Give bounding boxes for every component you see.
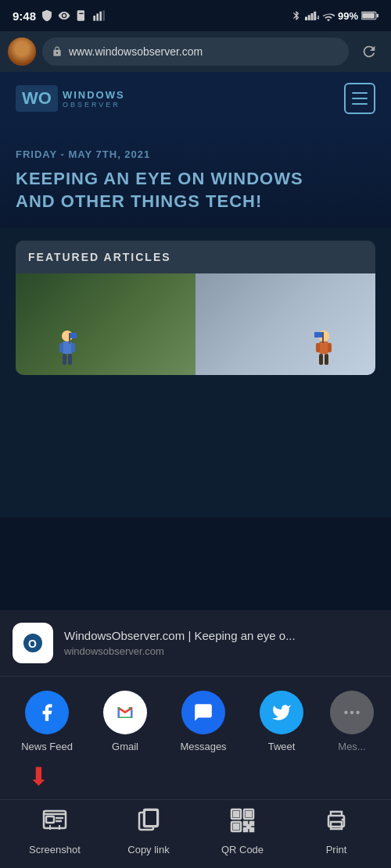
share-app-facebook[interactable]: News Feed [8, 691, 86, 752]
status-right: 4G 99% [291, 10, 378, 22]
svg-point-32 [344, 711, 347, 714]
url-preview: O WindowsObserver.com | Keeping an eye o… [0, 610, 391, 677]
svg-rect-23 [319, 341, 328, 354]
screenshot-label: Screenshot [29, 844, 81, 855]
svg-rect-25 [328, 343, 332, 352]
copylink-label: Copy link [127, 844, 169, 855]
share-app-gmail[interactable]: Gmail [86, 691, 164, 752]
preview-title: WindowsObserver.com | Keeping an eye o..… [64, 629, 378, 642]
site-header: WO WINDOWS OBSERVER [0, 72, 391, 125]
svg-rect-9 [314, 12, 316, 20]
logo-windows-text: WINDOWS [63, 89, 125, 101]
share-apps-row: News Feed Gmail Messages [0, 677, 391, 759]
svg-rect-7 [308, 15, 310, 20]
refresh-button[interactable] [355, 38, 383, 66]
gmail-icon [103, 691, 147, 734]
avatar-image [8, 38, 36, 66]
svg-text:4G: 4G [317, 15, 319, 20]
share-app-more[interactable]: Mes... [321, 691, 383, 752]
svg-rect-20 [69, 333, 70, 344]
svg-rect-17 [71, 343, 75, 352]
featured-header: FEATURED ARTICLES [16, 241, 375, 273]
battery-level: 99% [338, 10, 358, 22]
share-sheet: O WindowsObserver.com | Keeping an eye o… [0, 610, 391, 868]
svg-rect-26 [319, 354, 323, 365]
svg-rect-45 [234, 824, 239, 829]
lock-icon [52, 46, 63, 57]
hero-date: FRIDAY - MAY 7TH, 2021 [16, 148, 375, 160]
twitter-icon [260, 691, 303, 734]
bluetooth-icon [291, 10, 302, 21]
svg-rect-13 [377, 14, 378, 18]
svg-rect-4 [99, 12, 102, 21]
hamburger-button[interactable] [344, 83, 375, 114]
svg-rect-52 [331, 822, 342, 829]
status-left: 9:48 [13, 9, 105, 23]
gmail-label: Gmail [112, 741, 138, 752]
svg-rect-8 [310, 13, 313, 20]
sim-icon [75, 9, 88, 22]
battery-icon [361, 11, 378, 20]
share-app-messages[interactable]: Messages [164, 691, 242, 752]
facebook-label: News Feed [21, 741, 73, 752]
divider-row: ⬇ [0, 759, 391, 799]
more-icon [330, 691, 374, 734]
qrcode-icon [225, 803, 260, 838]
security-icon [41, 9, 53, 22]
share-app-twitter[interactable]: Tweet [242, 691, 321, 752]
action-screenshot[interactable]: Screenshot [8, 803, 102, 855]
qrcode-label: QR Code [221, 844, 264, 855]
character-right-icon [311, 330, 336, 367]
svg-rect-50 [247, 825, 250, 828]
svg-rect-6 [305, 17, 307, 21]
logo-observer-text: OBSERVER [63, 101, 125, 109]
svg-rect-41 [234, 812, 239, 816]
url-display: www.windowsobserver.com [69, 45, 203, 58]
svg-rect-16 [59, 343, 63, 352]
svg-rect-28 [322, 332, 324, 343]
copylink-icon [131, 803, 166, 838]
actions-row: Screenshot Copy link [0, 799, 391, 868]
svg-rect-3 [96, 13, 99, 20]
svg-rect-19 [68, 354, 72, 365]
signal-icon: 4G [305, 10, 319, 21]
svg-rect-0 [77, 10, 84, 20]
hamburger-line-1 [352, 92, 368, 94]
wifi-icon [322, 10, 335, 21]
featured-section: FEATURED ARTICLES [16, 241, 375, 375]
hero-section: FRIDAY - MAY 7TH, 2021 KEEPING AN EYE ON… [0, 125, 391, 228]
featured-images [16, 273, 375, 375]
eye-icon [58, 9, 70, 22]
svg-rect-27 [325, 354, 328, 365]
avatar[interactable] [8, 38, 36, 66]
svg-point-34 [356, 711, 359, 714]
action-qrcode[interactable]: QR Code [196, 803, 289, 855]
featured-image-left [16, 273, 196, 375]
carrier-icon [92, 9, 105, 22]
twitter-label: Tweet [268, 741, 296, 752]
svg-rect-36 [46, 816, 54, 823]
download-arrow-icon: ⬇ [28, 762, 49, 791]
svg-rect-21 [70, 333, 77, 338]
logo-wo: WO [16, 85, 58, 112]
url-field[interactable]: www.windowsobserver.com [42, 38, 349, 66]
print-label: Print [326, 844, 347, 855]
svg-rect-18 [63, 354, 66, 365]
screenshot-icon [38, 803, 72, 838]
svg-text:O: O [28, 638, 37, 650]
web-content: WO WINDOWS OBSERVER FRIDAY - MAY 7TH, 20… [0, 72, 391, 517]
svg-rect-39 [145, 810, 157, 826]
action-copylink[interactable]: Copy link [102, 803, 196, 855]
address-bar: www.windowsobserver.com [0, 31, 391, 72]
hero-tagline: KEEPING AN EYE ON WINDOWSAND OTHER THING… [16, 168, 375, 213]
action-print[interactable]: Print [289, 803, 383, 855]
svg-rect-29 [314, 332, 322, 338]
status-bar: 9:48 4G 99% [0, 0, 391, 31]
site-logo: WO WINDOWS OBSERVER [16, 85, 125, 112]
svg-point-53 [342, 819, 344, 821]
site-favicon: O [13, 623, 53, 663]
svg-rect-43 [246, 812, 251, 816]
hamburger-line-2 [352, 98, 368, 99]
svg-rect-2 [93, 16, 95, 21]
preview-domain: windowsobserver.com [64, 645, 378, 657]
